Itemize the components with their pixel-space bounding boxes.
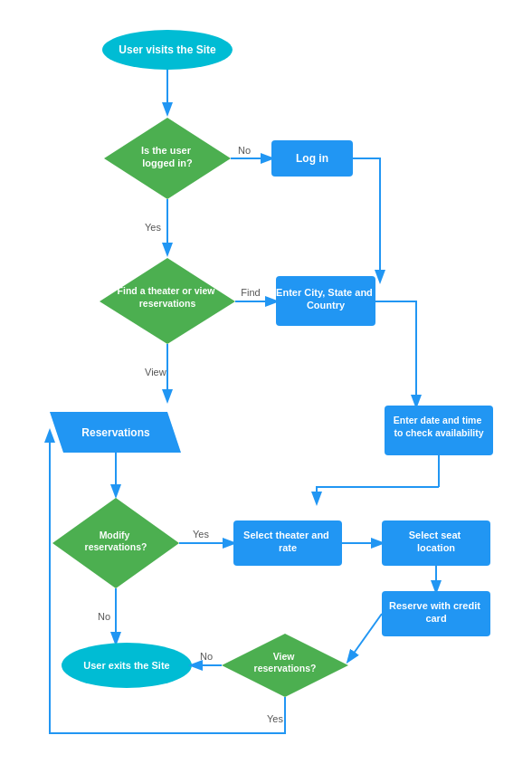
arrow-yes-view-loop (50, 432, 285, 733)
reservations-label: Reservations (81, 426, 150, 439)
arrow-login-to-enter-city (353, 158, 380, 281)
yes-label-1: Yes (145, 222, 161, 233)
no-label-1: No (238, 145, 251, 156)
view-label: View (145, 367, 166, 377)
arrow-city-to-datetime (375, 301, 416, 406)
login-label: Log in (296, 152, 328, 165)
find-label: Find (241, 287, 260, 298)
no-label-2: No (98, 611, 110, 622)
yes-label-2: Yes (193, 529, 209, 540)
flowchart: User visits the Site Is the user logged … (0, 0, 532, 764)
user-visits-label: User visits the Site (119, 43, 216, 56)
user-exits-label: User exits the Site (83, 660, 169, 671)
arrow-to-select-theater (317, 487, 439, 502)
arrow-reserve-to-view (348, 614, 382, 661)
yes-label-3: Yes (267, 713, 283, 724)
no-label-3: No (200, 651, 213, 662)
